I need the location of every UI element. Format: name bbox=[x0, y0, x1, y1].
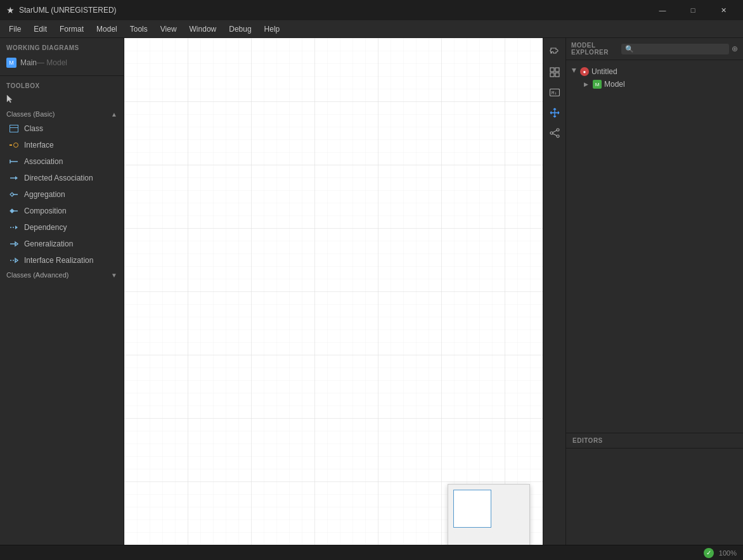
model-explorer-expand-icon[interactable]: ⊕ bbox=[732, 44, 738, 53]
model-explorer-search[interactable]: 🔍 bbox=[621, 44, 729, 54]
search-icon: 🔍 bbox=[625, 45, 634, 53]
editors-panel: EDITORS bbox=[566, 433, 743, 560]
model-tree: ▶ ● Untitled ▶ M Model bbox=[566, 60, 743, 433]
toolbox-panel: TOOLBOX Classes (Basic) ▲ bbox=[0, 76, 124, 560]
directed-association-icon bbox=[9, 173, 19, 183]
menu-file[interactable]: File bbox=[3, 22, 27, 36]
svg-rect-17 bbox=[550, 68, 554, 72]
tool-interface-realization[interactable]: Interface Realization bbox=[0, 252, 124, 269]
svg-line-26 bbox=[553, 130, 557, 132]
menu-debug[interactable]: Debug bbox=[223, 22, 257, 36]
tool-interface-label: Interface bbox=[24, 141, 54, 150]
tree-arrow-untitled: ▶ bbox=[571, 68, 578, 75]
close-button[interactable]: ✕ bbox=[709, 0, 738, 20]
status-bar: ✓ 100% bbox=[124, 545, 743, 560]
tree-label-model: Model bbox=[604, 80, 625, 89]
canvas[interactable] bbox=[124, 38, 543, 560]
section-arrow-classes-basic: ▲ bbox=[111, 111, 117, 118]
svg-line-27 bbox=[553, 134, 557, 136]
move-icon bbox=[550, 108, 560, 118]
tool-generalization-label: Generalization bbox=[24, 239, 73, 248]
maximize-button[interactable]: □ bbox=[678, 0, 707, 20]
svg-marker-12 bbox=[15, 242, 18, 246]
association-icon bbox=[9, 156, 19, 167]
tool-class[interactable]: Class bbox=[0, 120, 124, 137]
svg-marker-10 bbox=[15, 226, 18, 229]
aggregation-icon bbox=[9, 189, 19, 200]
move-button[interactable] bbox=[546, 104, 564, 122]
grid-button[interactable] bbox=[546, 63, 564, 81]
menu-model[interactable]: Model bbox=[90, 22, 124, 36]
tool-interface[interactable]: Interface bbox=[0, 137, 124, 153]
extensions-button[interactable] bbox=[546, 43, 564, 61]
tool-dependency[interactable]: Dependency bbox=[0, 219, 124, 236]
svg-point-23 bbox=[557, 129, 559, 131]
tree-item-untitled[interactable]: ▶ ● Untitled bbox=[566, 65, 743, 78]
menu-tools[interactable]: Tools bbox=[124, 22, 154, 36]
svg-rect-18 bbox=[555, 68, 559, 72]
app-icon: ★ bbox=[5, 5, 15, 15]
model-explorer-title: MODEL EXPLORER bbox=[571, 42, 621, 56]
tool-dependency-label: Dependency bbox=[24, 223, 67, 232]
diagram-icon-main: M bbox=[6, 58, 16, 68]
toolbox-section-classes-basic[interactable]: Classes (Basic) ▲ bbox=[0, 108, 124, 120]
tool-directed-association[interactable]: Directed Association bbox=[0, 170, 124, 186]
puzzle-icon bbox=[550, 47, 560, 57]
svg-point-25 bbox=[557, 135, 559, 137]
tool-composition[interactable]: Composition bbox=[0, 203, 124, 219]
model-explorer-panel: MODEL EXPLORER 🔍 ⊕ ▶ bbox=[566, 38, 743, 433]
section-label-classes-advanced: Classes (Advanced) bbox=[6, 271, 68, 279]
minimize-button[interactable]: — bbox=[648, 0, 677, 20]
tool-composition-label: Composition bbox=[24, 207, 67, 215]
tool-aggregation[interactable]: Aggregation bbox=[0, 186, 124, 203]
tool-association-label: Association bbox=[24, 157, 63, 166]
working-diagrams-panel: WORKING DIAGRAMS M Main— Model bbox=[0, 38, 124, 76]
tool-class-label: Class bbox=[24, 124, 43, 133]
svg-point-24 bbox=[550, 132, 553, 134]
toolbox-section-classes-advanced[interactable]: Classes (Advanced) ▼ bbox=[0, 269, 124, 281]
main-layout: WORKING DIAGRAMS M Main— Model TOOLBOX C… bbox=[0, 38, 743, 560]
tool-directed-association-label: Directed Association bbox=[24, 174, 93, 182]
menu-format[interactable]: Format bbox=[53, 22, 90, 36]
working-diagrams-title: WORKING DIAGRAMS bbox=[0, 43, 124, 55]
tree-label-untitled: Untitled bbox=[591, 67, 617, 76]
diagram-item-main[interactable]: M Main— Model bbox=[0, 55, 124, 70]
interface-realization-icon bbox=[9, 255, 19, 265]
dependency-icon bbox=[9, 222, 19, 232]
tree-arrow-model: ▶ bbox=[584, 81, 590, 87]
cursor-tool[interactable] bbox=[0, 92, 124, 108]
tool-association[interactable]: Association bbox=[0, 153, 124, 170]
model-search-input[interactable] bbox=[636, 45, 725, 53]
svg-marker-0 bbox=[7, 95, 12, 103]
status-zoom: 100% bbox=[719, 549, 737, 557]
left-panel: WORKING DIAGRAMS M Main— Model TOOLBOX C… bbox=[0, 38, 124, 560]
svg-text:M↓: M↓ bbox=[552, 91, 557, 96]
share-button[interactable] bbox=[546, 124, 564, 142]
window-controls: — □ ✕ bbox=[648, 0, 738, 20]
tool-generalization[interactable]: Generalization bbox=[0, 236, 124, 252]
project-icon: ● bbox=[580, 67, 589, 76]
markdown-icon: M↓ bbox=[550, 89, 560, 96]
cursor-icon bbox=[6, 94, 14, 103]
mini-preview bbox=[448, 484, 530, 547]
grid-icon bbox=[550, 67, 560, 77]
menu-edit[interactable]: Edit bbox=[27, 22, 53, 36]
menu-help[interactable]: Help bbox=[258, 22, 287, 36]
menu-window[interactable]: Window bbox=[183, 22, 223, 36]
model-icon: M bbox=[593, 80, 602, 89]
svg-marker-8 bbox=[10, 209, 14, 213]
right-panel: MODEL EXPLORER 🔍 ⊕ ▶ bbox=[565, 38, 743, 560]
grid-svg bbox=[124, 38, 543, 560]
composition-icon bbox=[9, 206, 19, 216]
menu-bar: File Edit Format Model Tools View Window… bbox=[0, 20, 743, 38]
svg-rect-16 bbox=[124, 38, 543, 560]
tool-interface-realization-label: Interface Realization bbox=[24, 256, 93, 265]
editors-content bbox=[566, 449, 743, 560]
markdown-button[interactable]: M↓ bbox=[546, 84, 564, 101]
tree-item-model[interactable]: ▶ M Model bbox=[566, 78, 743, 91]
svg-rect-19 bbox=[550, 73, 554, 77]
menu-view[interactable]: View bbox=[154, 22, 183, 36]
status-check-icon: ✓ bbox=[704, 548, 714, 558]
toolbox-title: TOOLBOX bbox=[0, 79, 124, 92]
diagram-label-main: Main— Model bbox=[20, 58, 67, 67]
